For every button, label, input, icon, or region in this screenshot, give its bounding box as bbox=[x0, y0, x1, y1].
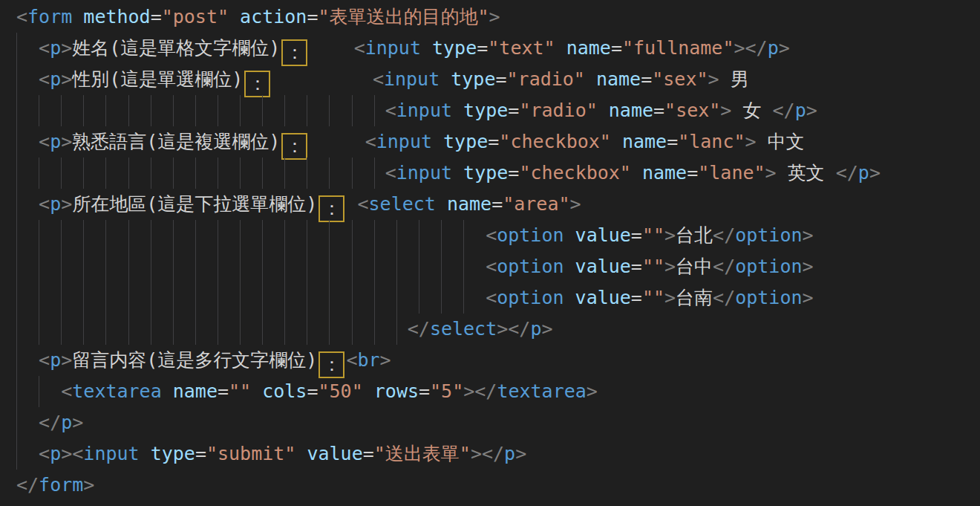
token-tag-name: p bbox=[50, 193, 61, 215]
token-punctuation: < bbox=[39, 131, 50, 152]
token-plain-text: 中文 bbox=[757, 131, 805, 152]
token-punctuation: > bbox=[869, 162, 881, 184]
indent-guide bbox=[83, 95, 84, 126]
indent-guide bbox=[374, 158, 375, 189]
indent-guide bbox=[441, 282, 442, 314]
token-punctuation: > bbox=[708, 68, 719, 90]
code-editor[interactable]: <form method="post" action="表單送出的目的地"> <… bbox=[0, 0, 980, 506]
token-tag-name: select bbox=[369, 193, 436, 215]
indent-guide bbox=[396, 314, 397, 345]
indent-guide bbox=[39, 376, 39, 407]
token-attribute-name: name bbox=[173, 380, 218, 402]
token-punctuation: > bbox=[803, 287, 814, 308]
token-punctuation: < bbox=[486, 287, 497, 308]
code-line: <form method="post" action="表單送出的目的地"> bbox=[0, 1, 980, 33]
token-string-value: "" bbox=[642, 224, 664, 246]
token-punctuation: > bbox=[61, 349, 72, 371]
indent-guide bbox=[16, 95, 17, 126]
token-plain-text bbox=[229, 6, 240, 27]
token-attribute-name: cols bbox=[262, 380, 307, 402]
token-string-value: "表單送出的目的地" bbox=[318, 6, 489, 27]
token-plain-text: 男 bbox=[719, 68, 749, 90]
token-plain-text: 留言内容(這是多行文字欄位) bbox=[72, 349, 317, 371]
token-string-value: "" bbox=[642, 256, 664, 277]
code-line: <input type="radio" name="sex"> 女 </p> bbox=[0, 95, 980, 126]
indent-guide bbox=[61, 158, 62, 189]
token-punctuation: > bbox=[664, 256, 676, 277]
code-line: <option value="">台中</option> bbox=[0, 251, 980, 282]
token-tag-name: option bbox=[735, 224, 802, 246]
indent-guide bbox=[83, 314, 84, 345]
token-punctuation: </ bbox=[474, 380, 497, 402]
token-string-value: "" bbox=[229, 380, 251, 402]
indent-guide bbox=[151, 95, 151, 126]
indent-guide bbox=[195, 158, 196, 189]
indent-guide bbox=[195, 220, 196, 251]
indent-guide bbox=[195, 95, 196, 126]
indent-guide bbox=[128, 220, 129, 251]
indent-guide bbox=[218, 251, 218, 282]
indent-guide bbox=[173, 282, 174, 314]
token-plain-text: 姓名(這是單格文字欄位) bbox=[72, 37, 280, 59]
indent-guide bbox=[419, 220, 419, 251]
token-plain-text bbox=[452, 162, 463, 184]
indent-guide bbox=[61, 251, 62, 282]
indent-guide bbox=[307, 158, 307, 189]
indent-guide bbox=[151, 158, 151, 189]
token-punctuation: </ bbox=[773, 100, 795, 121]
indent-guide bbox=[307, 314, 307, 345]
indent-guide bbox=[218, 95, 218, 126]
indent-guide bbox=[39, 282, 39, 314]
indent-guide bbox=[173, 95, 174, 126]
token-punctuation: > bbox=[61, 68, 72, 90]
token-string-value: "area" bbox=[503, 193, 569, 215]
token-punctuation: < bbox=[486, 224, 497, 246]
token-equals-sign: = bbox=[508, 162, 519, 184]
token-plain-text bbox=[631, 162, 642, 184]
token-equals-sign: = bbox=[631, 224, 642, 246]
token-equals-sign: = bbox=[631, 256, 642, 277]
token-plain-text bbox=[346, 193, 357, 215]
token-tag-name: textarea bbox=[497, 380, 586, 402]
token-punctuation: </ bbox=[482, 443, 504, 464]
indent-guide bbox=[151, 251, 151, 282]
token-equals-sign: = bbox=[151, 6, 162, 27]
code-line-content: <form method="post" action="表單送出的目的地"> bbox=[16, 6, 500, 27]
token-punctuation: </ bbox=[836, 162, 858, 184]
indent-guide bbox=[218, 220, 218, 251]
indent-guide bbox=[173, 220, 174, 251]
token-equals-sign: = bbox=[488, 131, 499, 152]
unicode-highlighted-colon: ： bbox=[318, 195, 344, 222]
indent-guide bbox=[352, 251, 353, 282]
indent-guide bbox=[240, 282, 241, 314]
indent-guide bbox=[218, 282, 218, 314]
token-punctuation: > bbox=[471, 443, 482, 464]
token-plain-text: 所在地區(這是下拉選單欄位) bbox=[72, 193, 317, 215]
indent-guide bbox=[61, 314, 62, 345]
indent-guide bbox=[16, 376, 17, 407]
indent-guide bbox=[218, 158, 218, 189]
indent-guide bbox=[240, 158, 241, 189]
indent-guide bbox=[262, 314, 263, 345]
token-attribute-name: method bbox=[83, 6, 150, 27]
token-punctuation: > bbox=[664, 224, 676, 246]
code-line: <input type="checkbox" name="lane"> 英文 <… bbox=[0, 158, 980, 189]
indent-guide bbox=[128, 95, 129, 126]
indent-guide bbox=[262, 282, 263, 314]
token-punctuation: > bbox=[61, 443, 72, 464]
token-plain-text: 英文 bbox=[777, 162, 836, 184]
token-tag-name: option bbox=[497, 224, 564, 246]
indent-guide bbox=[284, 95, 285, 126]
token-attribute-name: name bbox=[642, 162, 687, 184]
token-punctuation: > bbox=[765, 162, 777, 184]
token-punctuation: > bbox=[541, 318, 552, 340]
token-punctuation: > bbox=[734, 37, 745, 59]
token-tag-name: p bbox=[50, 68, 61, 90]
token-punctuation: < bbox=[385, 100, 396, 121]
code-line-content: <p><input type="submit" value="送出表單"></p… bbox=[16, 443, 526, 464]
token-plain-text bbox=[309, 37, 353, 59]
token-plain-text: 性別(這是單選欄位) bbox=[72, 68, 243, 90]
indent-guide bbox=[83, 158, 84, 189]
token-string-value: "lanc" bbox=[678, 131, 745, 152]
indent-guide bbox=[16, 158, 17, 189]
